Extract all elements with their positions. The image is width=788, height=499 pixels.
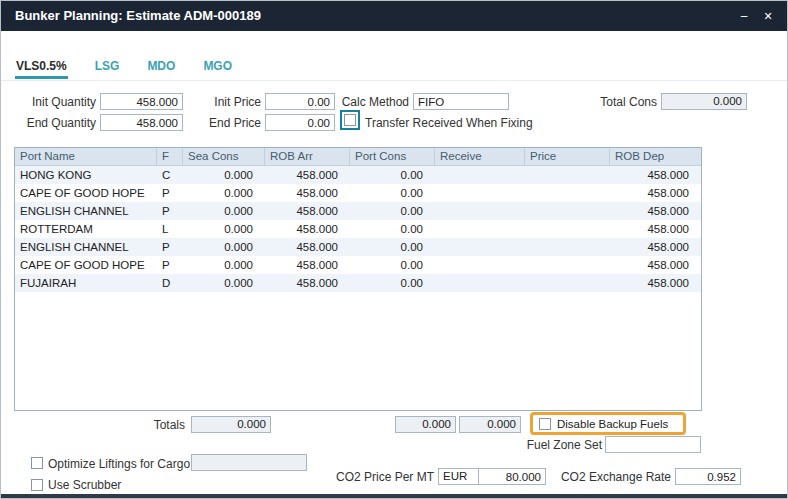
column-header-port-name[interactable]: Port Name xyxy=(15,148,157,165)
table-cell xyxy=(525,238,610,256)
end-quantity-input[interactable] xyxy=(100,114,183,131)
table-cell: HONG KONG xyxy=(15,166,157,184)
table-row[interactable]: CAPE OF GOOD HOPEP0.000458.0000.00458.00… xyxy=(15,184,701,202)
table-cell: 0.00 xyxy=(350,274,435,292)
table-cell: L xyxy=(157,220,183,238)
table-cell: CAPE OF GOOD HOPE xyxy=(15,184,157,202)
optimize-liftings-checkbox[interactable] xyxy=(31,457,43,469)
table-cell: 458.000 xyxy=(265,256,350,274)
transfer-received-label: Transfer Received When Fixing xyxy=(365,116,533,131)
table-cell xyxy=(525,184,610,202)
column-header-sea-cons[interactable]: Sea Cons xyxy=(183,148,265,165)
table-cell: 458.000 xyxy=(610,274,701,292)
totals-port-cons-field: 0.000 xyxy=(395,416,456,433)
disable-backup-fuels-label: Disable Backup Fuels xyxy=(557,418,668,430)
totals-sea-cons-field: 0.000 xyxy=(191,416,271,433)
table-cell: 458.000 xyxy=(610,166,701,184)
table-cell: ROTTERDAM xyxy=(15,220,157,238)
use-scrubber-label: Use Scrubber xyxy=(48,478,121,493)
table-cell: 0.00 xyxy=(350,184,435,202)
co2-exchange-rate-label: CO2 Exchange Rate xyxy=(559,470,671,485)
minimize-button[interactable]: – xyxy=(733,1,755,31)
table-cell xyxy=(525,202,610,220)
table-row[interactable]: ROTTERDAML0.000458.0000.00458.000 xyxy=(15,220,701,238)
tab-vls05[interactable]: VLS0.5% xyxy=(15,57,68,79)
titlebar: Bunker Planning: Estimate ADM-000189 – ✕ xyxy=(1,1,787,31)
table-cell: 458.000 xyxy=(610,202,701,220)
calc-method-label: Calc Method xyxy=(334,95,409,110)
table-cell: 0.000 xyxy=(183,274,265,292)
column-header-port-cons[interactable]: Port Cons xyxy=(350,148,435,165)
init-quantity-input[interactable] xyxy=(100,93,183,110)
transfer-received-highlight xyxy=(340,110,360,130)
transfer-received-checkbox[interactable] xyxy=(344,114,356,126)
co2-price-input[interactable] xyxy=(478,468,546,485)
total-cons-field: 0.000 xyxy=(661,93,747,110)
table-body: HONG KONGC0.000458.0000.00458.000CAPE OF… xyxy=(15,166,701,292)
table-row[interactable]: HONG KONGC0.000458.0000.00458.000 xyxy=(15,166,701,184)
table-cell: 458.000 xyxy=(265,184,350,202)
table-cell: P xyxy=(157,256,183,274)
tab-lsg[interactable]: LSG xyxy=(94,57,121,79)
window-title: Bunker Planning: Estimate ADM-000189 xyxy=(15,1,261,31)
table-row[interactable]: ENGLISH CHANNELP0.000458.0000.00458.000 xyxy=(15,202,701,220)
disable-backup-fuels-checkbox[interactable] xyxy=(539,418,551,430)
init-price-label: Init Price xyxy=(199,95,261,110)
table-cell xyxy=(435,274,525,292)
table-cell: FUJAIRAH xyxy=(15,274,157,292)
column-header-rob-arr[interactable]: ROB Arr xyxy=(265,148,350,165)
optimize-liftings-label: Optimize Liftings for Cargo: xyxy=(48,457,193,472)
table-cell: 0.00 xyxy=(350,202,435,220)
window-bottom-edge xyxy=(1,494,787,499)
end-price-label: End Price xyxy=(199,116,261,131)
tab-mgo[interactable]: MGO xyxy=(202,57,233,79)
table-cell: 0.000 xyxy=(183,220,265,238)
fuel-tabs: VLS0.5% LSG MDO MGO xyxy=(15,57,233,79)
table-cell: P xyxy=(157,238,183,256)
table-cell: 458.000 xyxy=(265,220,350,238)
table-cell xyxy=(525,274,610,292)
table-cell: ENGLISH CHANNEL xyxy=(15,238,157,256)
table-cell: P xyxy=(157,184,183,202)
column-header-receive[interactable]: Receive xyxy=(435,148,525,165)
end-quantity-label: End Quantity xyxy=(11,116,96,131)
table-cell: 0.000 xyxy=(183,238,265,256)
co2-exchange-rate-input[interactable] xyxy=(675,468,741,485)
table-cell: 458.000 xyxy=(265,238,350,256)
tab-separator xyxy=(1,80,787,81)
optimize-liftings-cargo-field xyxy=(191,454,307,471)
co2-price-label: CO2 Price Per MT xyxy=(336,470,433,485)
table-row[interactable]: CAPE OF GOOD HOPEP0.000458.0000.00458.00… xyxy=(15,256,701,274)
table-cell: 0.00 xyxy=(350,166,435,184)
column-header-f[interactable]: F xyxy=(157,148,183,165)
table-cell: 0.00 xyxy=(350,238,435,256)
table-cell xyxy=(435,256,525,274)
init-price-input[interactable] xyxy=(265,93,335,110)
init-quantity-label: Init Quantity xyxy=(11,95,96,110)
column-header-rob-dep[interactable]: ROB Dep xyxy=(610,148,701,165)
table-cell xyxy=(525,220,610,238)
tab-mdo[interactable]: MDO xyxy=(146,57,176,79)
table-cell: ENGLISH CHANNEL xyxy=(15,202,157,220)
table-cell: P xyxy=(157,202,183,220)
fuel-zone-set-input[interactable] xyxy=(605,436,701,453)
close-button[interactable]: ✕ xyxy=(757,1,779,31)
table-row[interactable]: FUJAIRAHD0.000458.0000.00458.000 xyxy=(15,274,701,292)
table-cell: C xyxy=(157,166,183,184)
table-cell: 458.000 xyxy=(610,238,701,256)
table-cell xyxy=(525,256,610,274)
table-row[interactable]: ENGLISH CHANNELP0.000458.0000.00458.000 xyxy=(15,238,701,256)
use-scrubber-checkbox[interactable] xyxy=(31,479,43,491)
table-cell: 0.000 xyxy=(183,184,265,202)
table-cell xyxy=(435,202,525,220)
calc-method-input[interactable] xyxy=(413,93,509,110)
table-cell: 0.00 xyxy=(350,256,435,274)
table-cell: 458.000 xyxy=(610,220,701,238)
table-cell xyxy=(435,238,525,256)
ports-table: Port Name F Sea Cons ROB Arr Port Cons R… xyxy=(14,147,702,411)
column-header-price[interactable]: Price xyxy=(525,148,610,165)
end-price-input[interactable] xyxy=(265,114,335,131)
co2-currency-select[interactable]: EUR xyxy=(438,468,479,485)
table-cell: 458.000 xyxy=(610,184,701,202)
bunker-planning-window: Bunker Planning: Estimate ADM-000189 – ✕… xyxy=(0,0,788,499)
